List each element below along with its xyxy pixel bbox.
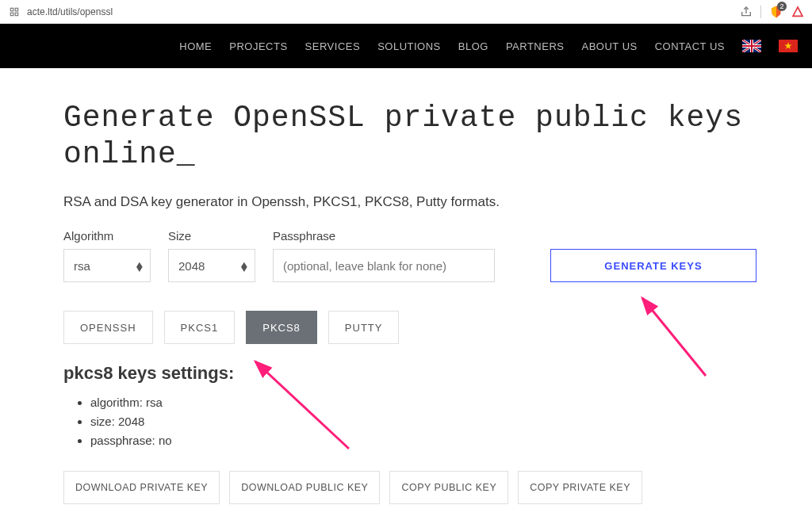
brave-rewards-icon[interactable] [791,6,804,18]
download-private-button[interactable]: DOWNLOAD PRIVATE KEY [63,471,220,504]
settings-size: size: 2048 [90,412,756,431]
tab-pkcs1[interactable]: PKCS1 [164,311,236,344]
copy-private-button[interactable]: COPY PRIVATE KEY [518,471,642,504]
top-nav: HOME PROJECTS SERVICES SOLUTIONS BLOG PA… [0,24,812,68]
settings-passphrase: passphrase: no [90,431,756,450]
key-actions: DOWNLOAD PRIVATE KEY DOWNLOAD PUBLIC KEY… [63,471,756,504]
flag-vn-icon[interactable] [779,40,798,52]
separator [760,6,761,18]
settings-algorithm: algorithm: rsa [90,393,756,412]
nav-solutions[interactable]: SOLUTIONS [377,40,441,52]
svg-rect-3 [15,13,18,16]
nav-blog[interactable]: BLOG [458,40,488,52]
download-public-button[interactable]: DOWNLOAD PUBLIC KEY [229,471,380,504]
svg-rect-2 [10,13,13,16]
tab-pkcs8[interactable]: PKCS8 [246,311,317,344]
algorithm-select[interactable]: rsa [63,249,151,282]
size-label: Size [168,229,255,243]
flag-uk-icon[interactable] [742,40,761,52]
tab-putty[interactable]: PUTTY [328,311,400,344]
copy-public-button[interactable]: COPY PUBLIC KEY [389,471,508,504]
settings-title: pkcs8 keys settings: [63,363,756,384]
browser-address-bar: acte.ltd/utils/openssl 2 [0,0,812,24]
page-title: Generate OpenSSL private public keys onl… [63,100,756,172]
svg-rect-8 [742,45,761,47]
generator-form: Algorithm rsa Size 2048 Passphrase GENER… [63,229,756,282]
tab-openssh[interactable]: OPENSSH [63,311,153,344]
generate-keys-button[interactable]: GENERATE KEYS [550,249,756,282]
shield-badge-count: 2 [777,2,787,11]
nav-home[interactable]: HOME [179,40,212,52]
nav-about[interactable]: ABOUT US [581,40,637,52]
svg-rect-1 [15,8,18,11]
passphrase-input[interactable] [273,249,495,282]
nav-services[interactable]: SERVICES [305,40,361,52]
passphrase-label: Passphrase [273,229,495,243]
size-select[interactable]: 2048 [168,249,255,282]
settings-list: algorithm: rsa size: 2048 passphrase: no [63,393,756,450]
algorithm-label: Algorithm [63,229,151,243]
nav-partners[interactable]: PARTNERS [506,40,565,52]
format-tabs: OPENSSH PKCS1 PKCS8 PUTTY [63,311,756,344]
svg-rect-0 [10,8,13,11]
url-text[interactable]: acte.ltd/utils/openssl [27,6,740,17]
page-subtitle: RSA and DSA key generator in Openssh, PK… [63,194,756,210]
share-icon[interactable] [740,6,753,18]
brave-shield-icon[interactable]: 2 [769,5,783,19]
nav-contact[interactable]: CONTACT US [655,40,725,52]
nav-projects[interactable]: PROJECTS [229,40,287,52]
site-settings-icon[interactable] [8,6,21,18]
